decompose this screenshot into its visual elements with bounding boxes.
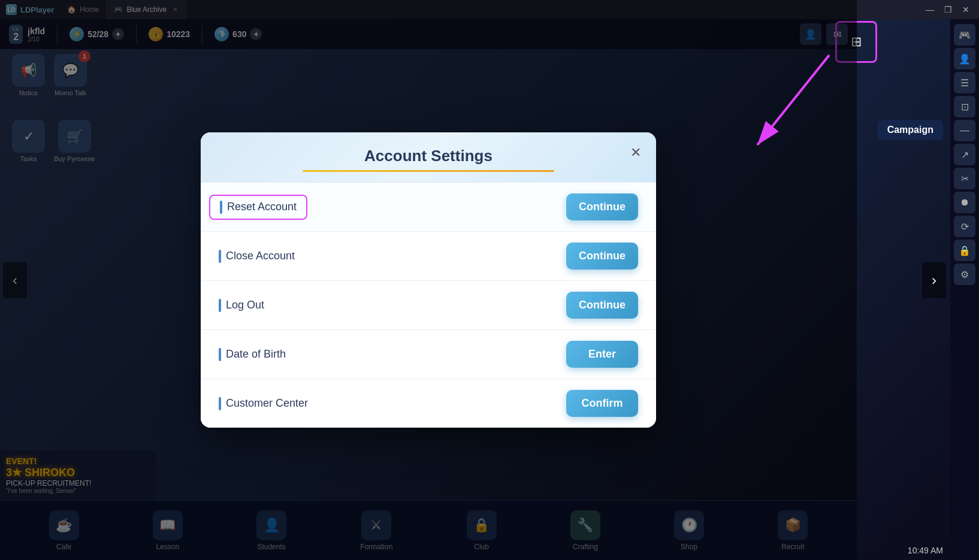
dialog-header: Account Settings ✕ [201,132,656,183]
sidebar-icon-4[interactable]: ⊡ [954,96,975,117]
dialog-row-reset: Reset Account Continue [201,183,656,232]
sidebar-icon-7[interactable]: ✂ [954,168,975,189]
nav-arrow-right[interactable]: › [922,262,946,298]
reset-account-continue-button[interactable]: Continue [566,193,638,220]
window-minimize[interactable]: — [921,1,938,18]
sidebar-icon-8[interactable]: ⏺ [954,192,975,213]
sidebar-icon-5[interactable]: — [954,120,975,141]
close-icon: ✕ [630,145,641,161]
campaign-label: Campaign [887,125,933,135]
window-maximize[interactable]: ❐ [939,1,956,18]
campaign-button[interactable]: Campaign [878,120,943,140]
dialog-title: Account Settings [219,147,638,165]
sidebar-icon-9[interactable]: ⟳ [954,216,975,237]
dialog-row-close-account: Close Account Continue [201,232,656,281]
dialog-title-underline [303,170,554,172]
sidebar-icon-6[interactable]: ↗ [954,144,975,165]
close-account-continue-button[interactable]: Continue [566,243,638,270]
customer-center-confirm-button[interactable]: Confirm [566,390,638,417]
logout-label: Log Out [219,299,264,312]
sidebar-icon-10[interactable]: 🔒 [954,240,975,261]
dialog-row-customer-center: Customer Center Confirm [201,379,656,428]
dialog-overlay: Account Settings ✕ Reset Account Continu… [0,0,857,560]
sidebar-icon-11[interactable]: ⚙ [954,264,975,285]
sidebar-icon-1[interactable]: 🎮 [954,24,975,46]
dob-label: Date of Birth [219,348,286,361]
account-settings-dialog: Account Settings ✕ Reset Account Continu… [201,132,656,428]
logout-continue-button[interactable]: Continue [566,292,638,319]
dialog-row-dob: Date of Birth Enter [201,330,656,379]
close-account-label: Close Account [219,250,295,263]
sidebar-icon-3[interactable]: ☰ [954,72,975,93]
customer-center-label: Customer Center [219,397,308,410]
right-sidebar: 🎮 👤 ☰ ⊡ — ↗ ✂ ⏺ ⟳ 🔒 ⚙ [950,19,979,560]
time-value: 10:49 AM [908,546,943,555]
reset-account-label: Reset Account [220,201,297,214]
window-controls: — ❐ ✕ [921,1,979,18]
dialog-row-logout: Log Out Continue [201,281,656,330]
dialog-body: Reset Account Continue Close Account Con… [201,183,656,428]
dialog-close-button[interactable]: ✕ [625,142,646,164]
reset-account-box: Reset Account [209,195,307,220]
window-close[interactable]: ✕ [957,1,974,18]
sidebar-icon-2[interactable]: 👤 [954,48,975,69]
time-display: 10:49 AM [908,546,943,555]
dob-enter-button[interactable]: Enter [566,341,638,368]
